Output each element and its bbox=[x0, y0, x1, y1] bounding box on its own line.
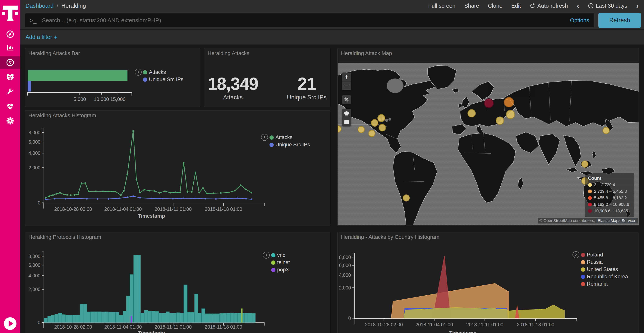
bar-vnc bbox=[194, 294, 198, 322]
query-options-link[interactable]: Options bbox=[570, 17, 589, 24]
legend-item-attacks[interactable]: Attacks bbox=[270, 134, 292, 140]
protocols-histogram-chart: 02,0004,0006,0008,0002018-10-28 02:00201… bbox=[25, 232, 330, 333]
elastic-maps-service-link[interactable]: Elastic Maps Service bbox=[596, 218, 636, 223]
legend-color-dot bbox=[271, 268, 276, 272]
legend-collapse-button[interactable]: › bbox=[261, 134, 268, 141]
share-button[interactable]: Share bbox=[464, 3, 479, 9]
sidebar-item-monitoring[interactable] bbox=[0, 100, 20, 113]
time-back-button[interactable]: ‹ bbox=[577, 2, 579, 10]
metric-attacks: 18,349 Attacks bbox=[208, 75, 258, 101]
legend-item-russia[interactable]: Russia bbox=[581, 259, 603, 265]
sidebar-item-management[interactable] bbox=[0, 115, 20, 127]
legend-item-unique-src-ips[interactable]: Unique Src IPs bbox=[270, 142, 310, 148]
bar-vnc bbox=[134, 255, 137, 322]
sidebar-item-devtools[interactable] bbox=[0, 86, 20, 98]
svg-text:Timestamp: Timestamp bbox=[138, 330, 165, 333]
bar-vnc bbox=[216, 314, 220, 322]
dashboard-icon bbox=[6, 58, 14, 67]
sidebar-item-visualize[interactable] bbox=[0, 42, 20, 54]
panel-attacks-by-country-histogram: Heralding - Attacks by Country Histogram… bbox=[337, 232, 639, 333]
heartbeat-icon bbox=[6, 102, 14, 111]
bar-vnc bbox=[223, 313, 227, 322]
time-picker-button[interactable]: Last 30 days bbox=[588, 3, 627, 9]
legend-item-vnc[interactable]: vnc bbox=[271, 252, 285, 258]
svg-text:0: 0 bbox=[38, 200, 40, 205]
bar-vnc bbox=[238, 313, 241, 322]
osm-attribution[interactable]: © OpenStreetMap contributors, bbox=[539, 218, 595, 223]
attack-location-dot bbox=[371, 120, 378, 126]
attack-location-dot bbox=[379, 124, 386, 131]
legend-collapse-button[interactable]: › bbox=[263, 252, 270, 259]
legend-item-telnet[interactable]: telnet bbox=[271, 259, 290, 265]
svg-text:0: 0 bbox=[348, 315, 351, 321]
bar-vnc bbox=[173, 313, 176, 322]
legend-item-united-states[interactable]: United States bbox=[581, 266, 618, 272]
full-screen-button[interactable]: Full screen bbox=[428, 3, 456, 9]
clone-button[interactable]: Clone bbox=[488, 3, 502, 9]
wrench-icon bbox=[6, 87, 14, 96]
svg-text:8,000: 8,000 bbox=[339, 254, 351, 260]
legend-item-romania[interactable]: Romania bbox=[581, 281, 608, 287]
bar-vnc bbox=[148, 311, 152, 322]
add-filter-plus-icon[interactable]: + bbox=[54, 34, 58, 41]
map-fit-bounds-button[interactable] bbox=[342, 95, 351, 104]
map-legend-dot bbox=[588, 209, 592, 213]
legend-item-republic-of-korea[interactable]: Republic of Korea bbox=[581, 274, 628, 280]
bar-vnc bbox=[55, 314, 58, 322]
search-input[interactable]: >_ Search... (e.g. status:200 AND extens… bbox=[25, 14, 594, 27]
map-legend-dot bbox=[588, 196, 592, 200]
bar-vnc bbox=[58, 313, 62, 322]
sidebar-item-dashboard[interactable] bbox=[0, 56, 20, 69]
refresh-button[interactable]: Refresh bbox=[598, 13, 641, 28]
edit-button[interactable]: Edit bbox=[511, 3, 521, 9]
telekom-logo[interactable] bbox=[0, 4, 20, 24]
auto-refresh-button[interactable]: Auto-refresh bbox=[530, 3, 568, 9]
legend-color-dot bbox=[581, 282, 585, 286]
svg-text:6,000: 6,000 bbox=[28, 139, 40, 145]
map-legend-label: 3 – 2,729.4 bbox=[594, 182, 615, 187]
legend-collapse-button[interactable]: › bbox=[135, 69, 142, 76]
world-map[interactable]: + − Co bbox=[338, 63, 639, 225]
legend-color-dot bbox=[143, 70, 147, 74]
legend-item-poland[interactable]: Poland bbox=[581, 252, 603, 258]
map-legend-item: 5,455.8 – 8,182.2 bbox=[588, 195, 631, 200]
svg-text:Timestamp: Timestamp bbox=[138, 213, 165, 219]
sidebar-collapse-button[interactable] bbox=[0, 317, 20, 330]
bar-vnc bbox=[198, 313, 202, 322]
bar-vnc bbox=[158, 313, 162, 322]
svg-text:2018-11-11 01:00: 2018-11-11 01:00 bbox=[466, 322, 503, 327]
map-legend-title: Count bbox=[588, 176, 631, 181]
svg-text:2,000: 2,000 bbox=[339, 285, 351, 290]
map-draw-polygon-button[interactable] bbox=[342, 109, 351, 118]
attack-location-dot bbox=[603, 127, 609, 134]
bar-attacks bbox=[28, 70, 128, 81]
legend-item-attacks[interactable]: Attacks bbox=[143, 69, 166, 75]
legend-label: Poland bbox=[587, 252, 603, 258]
attack-location-dot bbox=[378, 115, 385, 122]
map-zoom-out-button[interactable]: − bbox=[342, 81, 351, 90]
legend-collapse-button[interactable]: › bbox=[572, 251, 580, 258]
time-forward-button[interactable]: › bbox=[636, 2, 639, 10]
dashboard-actions: Full screen Share Clone Edit Auto-refres… bbox=[428, 2, 639, 10]
legend-label: Attacks bbox=[149, 69, 166, 75]
legend-label: Republic of Korea bbox=[587, 274, 628, 280]
terminal-prompt-icon: >_ bbox=[30, 17, 36, 24]
sidebar-item-tpot[interactable] bbox=[0, 71, 20, 83]
bar-chart-icon bbox=[6, 43, 14, 52]
sidebar-item-discover[interactable] bbox=[0, 28, 20, 40]
add-filter-link[interactable]: Add a filter bbox=[26, 34, 52, 40]
panel-heralding-attacks-histogram: Heralding Attacks Histogram 02,0004,0006… bbox=[25, 110, 330, 226]
metric-label: Unique Src IPs bbox=[287, 94, 326, 101]
legend-item-unique-src-ips[interactable]: Unique Src IPs bbox=[143, 77, 184, 83]
bar-vnc bbox=[176, 313, 180, 322]
map-attribution: © OpenStreetMap contributors,Elastic Map… bbox=[538, 218, 638, 223]
map-zoom-in-button[interactable]: + bbox=[342, 73, 351, 81]
panel-title: Heralding Attacks Histogram bbox=[28, 112, 96, 119]
map-legend-dot bbox=[588, 183, 592, 187]
map-fit-control bbox=[342, 95, 351, 104]
breadcrumb-dashboard-link[interactable]: Dashboard bbox=[26, 3, 54, 9]
map-draw-rectangle-button[interactable] bbox=[342, 118, 351, 126]
legend-item-pop3[interactable]: pop3 bbox=[271, 267, 289, 273]
svg-text:5,000: 5,000 bbox=[74, 96, 86, 102]
square-icon bbox=[344, 120, 349, 125]
